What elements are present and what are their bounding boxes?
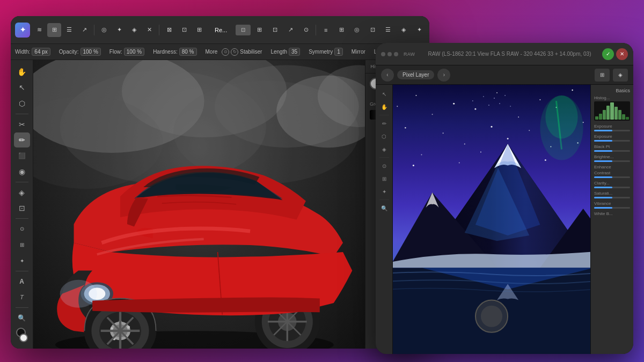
toolbar-btn-7[interactable]: ◈	[127, 23, 141, 37]
tool-crop[interactable]: ✂	[14, 117, 30, 132]
topbar-right-btn-5[interactable]: ≡	[319, 23, 333, 37]
opacity-value[interactable]: 100 %	[80, 48, 101, 56]
topbar-right-btn-8[interactable]: ⊡	[365, 23, 379, 37]
topbar-right-btn-12[interactable]: ⊙	[428, 23, 429, 37]
symmetry-value[interactable]: 1	[334, 48, 343, 56]
tool-sep-1	[16, 114, 28, 114]
slider-saturation: Saturati...	[594, 191, 630, 198]
exposure2-track[interactable]	[594, 140, 630, 142]
nav-layers-icon[interactable]: ⊞	[595, 69, 610, 82]
topbar-right-btn-1[interactable]: ⊞	[252, 23, 266, 37]
tool-paint[interactable]: ✏	[14, 132, 30, 147]
tool-fx[interactable]: ⊡	[14, 201, 30, 216]
hardness-label: Hardness:	[153, 49, 178, 55]
length-value[interactable]: 35	[289, 48, 300, 56]
svg-point-43	[572, 90, 573, 91]
brightness-track[interactable]	[594, 160, 630, 162]
tool-zoom[interactable]: 🔍	[14, 311, 30, 326]
stabiliser-label: Stabiliser	[240, 49, 262, 55]
tablet-tool-4[interactable]: ⬡	[378, 130, 390, 142]
toolbar-btn-3[interactable]: ☰	[62, 23, 76, 37]
toolbar-btn-8[interactable]: ✕	[142, 23, 156, 37]
tool-patch[interactable]: ✦	[14, 253, 30, 268]
tool-brush[interactable]: ⬛	[14, 149, 30, 164]
color-swatches	[14, 328, 30, 343]
tablet-content: ↖ ✋ ✏ ⬡ ◈ ⊙ ⊞ ✦ 🔍	[376, 85, 633, 354]
svg-point-60	[459, 162, 460, 164]
more-btn[interactable]: More	[206, 49, 218, 55]
toolbar-btn-1[interactable]: ≋	[32, 23, 46, 37]
tablet-canvas[interactable]	[393, 85, 590, 354]
tool-select[interactable]: ↖	[14, 80, 30, 95]
app-icon[interactable]: ✦	[15, 23, 30, 38]
topbar-right-btn-11[interactable]: ✦	[412, 23, 426, 37]
saturation-track[interactable]	[594, 197, 630, 198]
topbar-right-btn-2[interactable]: ⊡	[268, 23, 282, 37]
length-control: Length 35	[270, 48, 300, 56]
toolbar-btn-9[interactable]: ⊠	[162, 23, 176, 37]
dot-2	[387, 52, 392, 56]
tool-artistic-text[interactable]: T	[14, 290, 30, 305]
tool-fill[interactable]: ◉	[14, 164, 30, 179]
tablet-tool-9[interactable]: 🔍	[378, 202, 390, 214]
tablet-tool-8[interactable]: ✦	[378, 186, 390, 197]
car-illustration	[33, 94, 365, 349]
tablet-tool-5[interactable]: ◈	[378, 143, 390, 155]
tool-healing[interactable]: ⊞	[14, 238, 30, 253]
tool-gradient[interactable]: ◈	[14, 185, 30, 200]
toolbar-btn-11[interactable]: ⊞	[192, 23, 206, 37]
topbar-right-btn-6[interactable]: ⊞	[334, 23, 348, 37]
flow-value[interactable]: 100 %	[124, 48, 144, 56]
svg-point-62	[545, 159, 546, 161]
vibrance-track[interactable]	[594, 207, 630, 209]
cancel-btn[interactable]: ✕	[616, 48, 628, 60]
topbar-right-btn-9[interactable]: ☰	[381, 23, 395, 37]
topbar-right-btn-10[interactable]: ◈	[397, 23, 411, 37]
tablet-tool-2[interactable]: ✋	[378, 101, 390, 113]
monitor-topbar: ✦ ≋ ⊞ ☰ ↗ ◎ ✦ ◈ ✕ ⊠ ⊡ ⊞ Re... ⊡ ⊞	[11, 16, 429, 44]
mirror-btn[interactable]: Mirror	[352, 49, 365, 55]
toolbar-btn-4[interactable]: ↗	[77, 23, 91, 37]
length-label: Length	[270, 49, 287, 55]
svg-point-46	[518, 116, 519, 117]
svg-point-39	[415, 95, 416, 96]
confirm-btn[interactable]: ✓	[602, 48, 614, 60]
flow-label: Flow:	[109, 49, 122, 55]
toolbar-btn-2[interactable]: ⊞	[47, 23, 61, 37]
stabiliser-icon-2: ↻	[231, 48, 238, 56]
tool-node[interactable]: ⬡	[14, 96, 30, 111]
bg-color-swatch[interactable]	[19, 334, 28, 342]
tool-sep-3	[16, 218, 28, 219]
nav-back[interactable]: ‹	[381, 69, 394, 82]
hardness-value[interactable]: 80 %	[179, 48, 197, 56]
basics-header: Basics	[594, 88, 630, 93]
tablet-tool-6[interactable]: ⊙	[378, 160, 390, 172]
view-toggle[interactable]: ⊡	[236, 25, 251, 35]
topbar-right-btn-4[interactable]: ⊙	[299, 23, 313, 37]
blackpt-track[interactable]	[594, 150, 630, 152]
contrast-track[interactable]	[594, 176, 630, 178]
desktop-monitor: ✦ ≋ ⊞ ☰ ↗ ◎ ✦ ◈ ✕ ⊠ ⊡ ⊞ Re... ⊡ ⊞	[11, 16, 429, 349]
svg-point-44	[432, 114, 433, 115]
svg-point-42	[539, 99, 540, 100]
nav-forward[interactable]: ›	[437, 69, 450, 82]
tablet-tool-7[interactable]: ⊞	[378, 173, 390, 184]
topbar-right-btn-7[interactable]: ◎	[350, 23, 364, 37]
topbar-right-btn-3[interactable]: ↗	[283, 23, 297, 37]
canvas-area[interactable]	[33, 60, 365, 349]
tool-clone[interactable]: ⊙	[14, 221, 30, 237]
clarity-track[interactable]	[594, 187, 630, 188]
exposure-track[interactable]	[594, 130, 630, 131]
tablet-tool-1[interactable]: ↖	[378, 88, 390, 100]
toolbar-btn-5[interactable]: ◎	[97, 23, 111, 37]
nav-adjustments-icon[interactable]: ◈	[613, 69, 628, 82]
toolbar-btn-6[interactable]: ✦	[112, 23, 126, 37]
tool-move[interactable]: ✋	[14, 64, 30, 79]
tab-main[interactable]: Re...	[208, 22, 233, 38]
topbar-tabs: Re...	[208, 22, 233, 38]
svg-point-69	[499, 103, 500, 104]
toolbar-btn-10[interactable]: ⊡	[177, 23, 191, 37]
tablet-tool-3[interactable]: ✏	[378, 117, 390, 129]
tool-type[interactable]: A	[14, 274, 30, 289]
width-value[interactable]: 64 px	[32, 48, 50, 56]
